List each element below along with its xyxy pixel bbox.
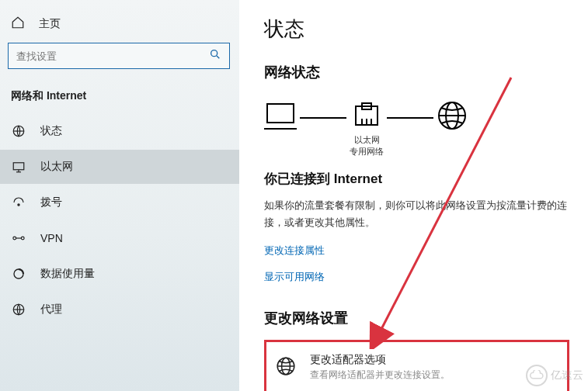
sidebar-section-title: 网络和 Internet	[0, 75, 239, 112]
diagram-ethernet-label1: 以太网	[354, 135, 380, 144]
settings-sidebar: 主页 网络和 Internet 状态 以太网 拨号 VPN	[0, 0, 239, 391]
sidebar-item-label: 状态	[40, 124, 62, 138]
sidebar-item-vpn[interactable]: VPN	[0, 221, 239, 255]
main-panel: 状态 网络状态 以太网 专用网络 你已连接到 Internet 如果你	[239, 0, 588, 391]
svg-point-9	[21, 237, 24, 240]
link-show-available-networks[interactable]: 显示可用网络	[264, 262, 588, 289]
sidebar-item-dialup[interactable]: 拨号	[0, 185, 239, 220]
search-input-wrapper[interactable]	[8, 43, 230, 69]
svg-rect-4	[13, 163, 24, 170]
diagram-line	[387, 117, 433, 119]
svg-point-8	[13, 237, 16, 240]
sidebar-item-label: 以太网	[40, 160, 73, 174]
svg-point-0	[211, 50, 217, 57]
home-icon	[11, 16, 25, 32]
sidebar-item-ethernet[interactable]: 以太网	[0, 150, 239, 184]
sidebar-item-status[interactable]: 状态	[0, 114, 239, 148]
network-diagram: 以太网 专用网络	[264, 86, 588, 164]
search-input[interactable]	[16, 50, 209, 62]
sidebar-item-label: 数据使用量	[40, 267, 95, 281]
watermark: 亿速云	[526, 365, 583, 386]
watermark-text: 亿速云	[551, 369, 583, 382]
connected-body: 如果你的流量套餐有限制，则你可以将此网络设置为按流量计费的连接，或者更改其他属性…	[264, 192, 588, 236]
connected-heading: 你已连接到 Internet	[264, 164, 588, 192]
svg-point-7	[18, 204, 19, 206]
adapter-title: 更改适配器选项	[310, 353, 450, 367]
home-link[interactable]: 主页	[0, 8, 239, 43]
search-icon	[209, 48, 221, 64]
diagram-ethernet-node: 以太网 专用网络	[350, 102, 384, 159]
adapter-globe-icon	[274, 355, 297, 378]
proxy-icon	[11, 302, 26, 317]
svg-line-1	[217, 56, 219, 58]
sidebar-item-proxy[interactable]: 代理	[0, 292, 239, 327]
datausage-icon	[11, 266, 26, 282]
home-label: 主页	[39, 17, 61, 31]
adapter-subtitle: 查看网络适配器并更改连接设置。	[310, 369, 450, 382]
diagram-line	[300, 117, 346, 119]
dialup-icon	[11, 195, 26, 210]
pc-icon	[264, 101, 297, 130]
ethernet-port-icon	[353, 102, 381, 130]
ethernet-icon	[11, 159, 26, 175]
watermark-icon	[526, 365, 548, 386]
sidebar-item-label: 代理	[40, 303, 62, 317]
vpn-icon	[11, 230, 26, 246]
svg-rect-14	[267, 104, 294, 123]
sidebar-item-datausage[interactable]: 数据使用量	[0, 257, 239, 291]
diagram-pc	[264, 101, 297, 160]
change-network-settings-heading: 更改网络设置	[264, 303, 588, 332]
diagram-ethernet-label2: 专用网络	[350, 147, 384, 156]
network-status-heading: 网络状态	[264, 57, 588, 86]
change-adapter-options[interactable]: 更改适配器选项 查看网络适配器并更改连接设置。	[264, 340, 569, 391]
sidebar-item-label: VPN	[40, 232, 63, 244]
page-title: 状态	[264, 12, 588, 57]
diagram-globe	[437, 100, 468, 161]
sidebar-item-label: 拨号	[40, 196, 62, 209]
globe-icon	[437, 100, 468, 131]
link-change-connection-properties[interactable]: 更改连接属性	[264, 236, 588, 262]
status-icon	[11, 123, 26, 139]
